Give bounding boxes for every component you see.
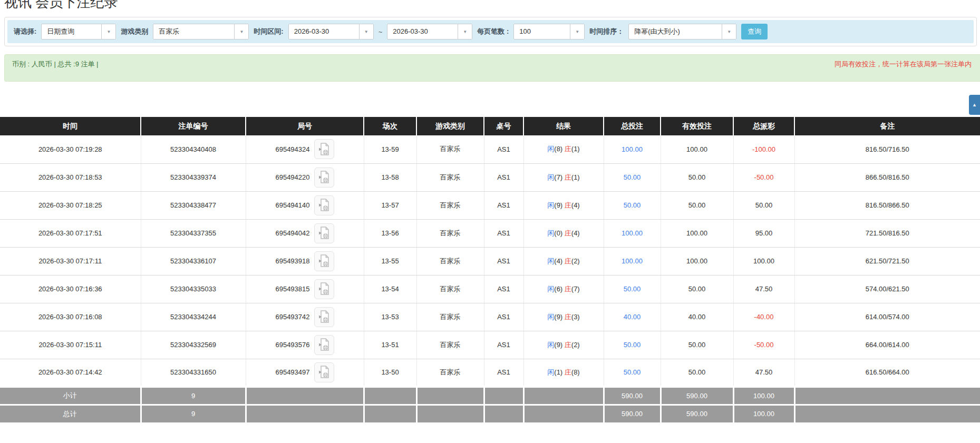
cell-time: 2026-03-30 07:18:53: [0, 163, 141, 191]
result-player-score: (9): [554, 341, 562, 349]
cell-payout: -100.00: [733, 135, 794, 163]
round-video-button[interactable]: [314, 168, 334, 188]
cell-game-type: 百家乐: [416, 303, 484, 331]
cell-total-bet: 50.00: [604, 275, 661, 303]
cell-note: 574.00/621.50: [794, 275, 980, 303]
total-bet-link[interactable]: 100.00: [622, 257, 643, 265]
total-bet-link[interactable]: 40.00: [624, 313, 641, 321]
game-type-select[interactable]: 百家乐 ▼: [153, 24, 249, 40]
cell-session: 13-53: [364, 303, 416, 331]
cell-payout: 47.50: [733, 359, 794, 387]
cell-valid-bet: 50.00: [661, 331, 733, 359]
column-header-result: 结果: [523, 117, 604, 135]
round-video-button[interactable]: [314, 223, 334, 243]
column-header-valid-bet: 有效投注: [661, 117, 733, 135]
total-bet-link[interactable]: 50.00: [624, 173, 641, 181]
total-bet-link[interactable]: 50.00: [624, 285, 641, 293]
video-file-icon: [318, 226, 330, 240]
table-row: 2026-03-30 07:19:28523304340408695494324…: [0, 135, 980, 163]
total-bet-link[interactable]: 100.00: [622, 145, 643, 153]
cell-total-bet: 100.00: [604, 247, 661, 275]
range-separator: ~: [379, 28, 383, 36]
sum-session-empty: [364, 405, 416, 422]
cell-time: 2026-03-30 07:17:51: [0, 219, 141, 247]
video-file-icon: [318, 198, 330, 212]
currency-total-text: 币别 : 人民币 | 总共 :9 注单 |: [12, 60, 99, 69]
total-bet-link[interactable]: 50.00: [624, 368, 641, 376]
cell-time: 2026-03-30 07:19:28: [0, 135, 141, 163]
game-type-label: 游戏类别: [121, 27, 148, 36]
round-video-button[interactable]: [314, 307, 334, 327]
cell-note: 721.50/816.50: [794, 219, 980, 247]
round-video-button[interactable]: [314, 335, 334, 355]
table-row: 2026-03-30 07:16:08523304334244695493742…: [0, 303, 980, 331]
total-bet-link[interactable]: 50.00: [624, 341, 641, 349]
round-video-button[interactable]: [314, 362, 334, 382]
collapse-up-icon: ▲: [972, 102, 977, 107]
round-id-wrap: 695494042: [275, 223, 334, 243]
result-player-label: 闲: [547, 229, 554, 237]
cell-total-bet: 100.00: [604, 135, 661, 163]
date-to-select[interactable]: 2026-03-30 ▼: [387, 24, 472, 40]
cell-table-no: AS1: [484, 135, 523, 163]
result-player-score: (0): [554, 229, 562, 237]
cell-valid-bet: 50.00: [661, 359, 733, 387]
cell-game-type: 百家乐: [416, 275, 484, 303]
sum-result-empty: [523, 405, 604, 422]
table-header-row: 时间 注单编号 局号 场次 游戏类别 桌号 结果 总投注 有效投注 总派彩 备注: [0, 117, 980, 135]
date-from-select[interactable]: 2026-03-30 ▼: [288, 24, 374, 40]
cell-game-type: 百家乐: [416, 135, 484, 163]
cell-total-bet: 40.00: [604, 303, 661, 331]
cell-time: 2026-03-30 07:15:11: [0, 331, 141, 359]
cell-session: 13-58: [364, 163, 416, 191]
cell-time: 2026-03-30 07:17:11: [0, 247, 141, 275]
sum-game-empty: [416, 387, 484, 405]
time-sort-select[interactable]: 降幂(由大到小) ▼: [628, 24, 736, 40]
video-file-icon: [318, 170, 330, 184]
cell-result: 闲(9) 庄(2): [523, 331, 604, 359]
cell-game-type: 百家乐: [416, 359, 484, 387]
total-bet-link[interactable]: 50.00: [624, 201, 641, 209]
cell-payout: 50.00: [733, 191, 794, 219]
cell-total-bet: 50.00: [604, 331, 661, 359]
cell-result: 闲(0) 庄(4): [523, 219, 604, 247]
cell-total-bet: 50.00: [604, 163, 661, 191]
cell-note: 816.50/716.50: [794, 135, 980, 163]
query-type-select[interactable]: 日期查询 ▼: [41, 24, 116, 40]
result-banker-score: (2): [571, 341, 580, 349]
table-row: 2026-03-30 07:15:11523304332569695493576…: [0, 331, 980, 359]
cell-result: 闲(7) 庄(1): [523, 163, 604, 191]
collapse-top-button[interactable]: ▲: [969, 95, 980, 115]
total-bet-link[interactable]: 100.00: [622, 229, 643, 237]
page-size-label: 每页笔数 :: [477, 27, 509, 36]
round-id-value: 695493815: [275, 285, 309, 293]
result-banker-score: (4): [571, 201, 580, 209]
round-id-value: 695494042: [275, 229, 309, 237]
page-size-select[interactable]: 100 ▼: [513, 24, 585, 40]
cell-total-bet: 100.00: [604, 219, 661, 247]
sum-round-empty: [246, 387, 364, 405]
sum-note-empty: [794, 387, 980, 405]
search-button[interactable]: 查询: [741, 24, 768, 40]
table-row: 2026-03-30 07:17:11523304336107695493918…: [0, 247, 980, 275]
cell-bet-id: 523304338477: [141, 191, 246, 219]
sum-session-empty: [364, 387, 416, 405]
cell-time: 2026-03-30 07:14:42: [0, 359, 141, 387]
round-video-button[interactable]: [314, 195, 334, 215]
round-video-button[interactable]: [314, 279, 334, 299]
cell-session: 13-50: [364, 359, 416, 387]
cell-note: 664.00/614.00: [794, 331, 980, 359]
cell-time: 2026-03-30 07:16:08: [0, 303, 141, 331]
page-root: 视讯 会员下注纪录 请选择: 日期查询 ▼ 游戏类别 百家乐 ▼ 时间区间: 2…: [0, 0, 980, 443]
cell-result: 闲(1) 庄(8): [523, 359, 604, 387]
query-type-value: 日期查询: [42, 24, 101, 39]
cell-round-id: 695494220: [246, 163, 364, 191]
round-video-button[interactable]: [314, 139, 334, 159]
cell-bet-id: 523304340408: [141, 135, 246, 163]
cell-bet-id: 523304337355: [141, 219, 246, 247]
cell-total-bet: 50.00: [604, 191, 661, 219]
result-banker-score: (1): [571, 173, 580, 181]
result-player-label: 闲: [547, 368, 554, 376]
cell-table-no: AS1: [484, 275, 523, 303]
round-video-button[interactable]: [314, 251, 334, 271]
